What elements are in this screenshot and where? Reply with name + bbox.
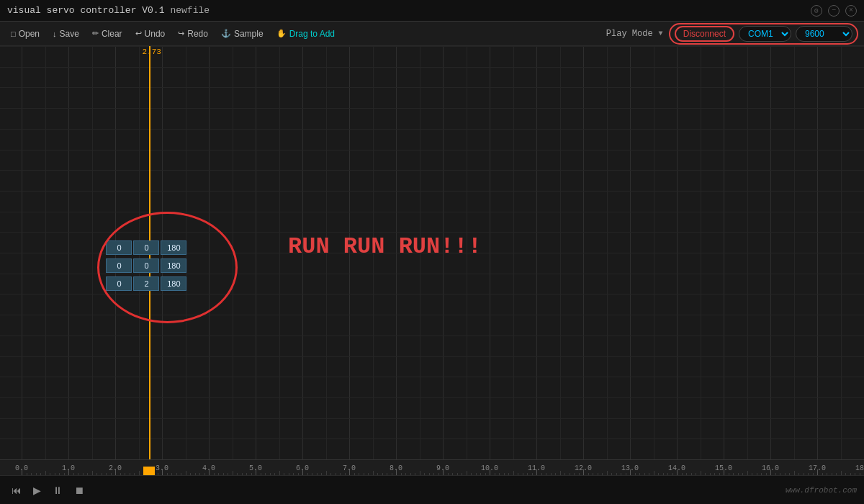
- pause-icon: ⏸: [53, 485, 63, 496]
- app-title: visual servo controller V0.1: [7, 5, 164, 16]
- play-mode-label: Play Mode: [606, 29, 653, 39]
- servo-0-value[interactable]: [133, 240, 159, 255]
- settings-button[interactable]: ⚙: [811, 5, 822, 17]
- playback-controls: ⏮ ▶ ⏸ ⏹: [7, 482, 89, 499]
- playhead-label: 2.73: [142, 48, 161, 56]
- sample-icon: ⚓: [221, 29, 231, 38]
- titlebar-left: visual servo controller V0.1 newfile: [7, 5, 210, 16]
- save-icon: ↓: [53, 30, 57, 38]
- titlebar-controls: ⚙ − ×: [811, 5, 857, 17]
- servo-card-1: [106, 258, 186, 273]
- servo-card-2: [106, 276, 186, 291]
- rewind-icon: ⏮: [12, 485, 22, 496]
- servo-card-0: [106, 240, 186, 255]
- open-button[interactable]: □ Open: [6, 27, 45, 41]
- sample-button[interactable]: ⚓ Sample: [216, 27, 269, 41]
- play-icon: ▶: [33, 485, 41, 496]
- bottombar: ⏮ ▶ ⏸ ⏹ www.dfrobot.com: [0, 475, 864, 504]
- drag-to-add-button[interactable]: ✋ Drag to Add: [271, 27, 340, 41]
- redo-button[interactable]: ↪ Redo: [173, 27, 213, 41]
- com-port-select[interactable]: COM1 COM2 COM3: [739, 26, 791, 42]
- servo-1-channel[interactable]: [106, 258, 132, 273]
- timeline-ruler: 0.01.02.03.04.05.06.07.08.09.010.011.012…: [0, 459, 864, 475]
- play-mode-dropdown[interactable]: ▼: [659, 30, 663, 37]
- clear-button[interactable]: ✏ Clear: [87, 27, 127, 41]
- close-button[interactable]: ×: [845, 5, 857, 17]
- main-canvas[interactable]: 2.73 RUN RUN RUN!!! 0.01.02.03.04.05.06.…: [0, 46, 864, 475]
- servo-0-max[interactable]: [161, 240, 186, 255]
- disconnect-button[interactable]: Disconnect: [675, 26, 734, 42]
- toolbar: □ Open ↓ Save ✏ Clear ↩ Undo ↪ Redo ⚓ Sa…: [0, 22, 864, 46]
- pause-button[interactable]: ⏸: [48, 482, 67, 499]
- stop-button[interactable]: ⏹: [70, 482, 89, 499]
- servo-1-max[interactable]: [161, 258, 186, 273]
- run-text: RUN RUN RUN!!!: [288, 233, 482, 260]
- servo-1-value[interactable]: [133, 258, 159, 273]
- open-icon: □: [11, 30, 16, 38]
- servo-2-value[interactable]: [133, 276, 159, 291]
- toolbar-right: Play Mode ▼ Disconnect COM1 COM2 COM3 96…: [606, 23, 858, 45]
- drag-icon: ✋: [276, 29, 287, 38]
- brand-text: www.dfrobot.com: [786, 486, 857, 495]
- minimize-button[interactable]: −: [828, 5, 840, 17]
- servo-2-channel[interactable]: [106, 276, 132, 291]
- undo-button[interactable]: ↩ Undo: [130, 27, 171, 41]
- stop-icon: ⏹: [74, 485, 84, 496]
- rewind-button[interactable]: ⏮: [7, 482, 26, 499]
- connection-group: Disconnect COM1 COM2 COM3 9600 115200: [669, 23, 858, 45]
- servo-0-channel[interactable]: [106, 240, 132, 255]
- redo-icon: ↪: [178, 29, 184, 38]
- undo-icon: ↩: [135, 29, 142, 38]
- play-button[interactable]: ▶: [29, 482, 45, 499]
- save-button[interactable]: ↓ Save: [48, 27, 84, 41]
- servo-2-max[interactable]: [161, 276, 186, 291]
- filename: newfile: [170, 5, 210, 16]
- titlebar: visual servo controller V0.1 newfile ⚙ −…: [0, 0, 864, 22]
- baud-rate-select[interactable]: 9600 115200: [796, 26, 852, 42]
- clear-icon: ✏: [92, 29, 99, 38]
